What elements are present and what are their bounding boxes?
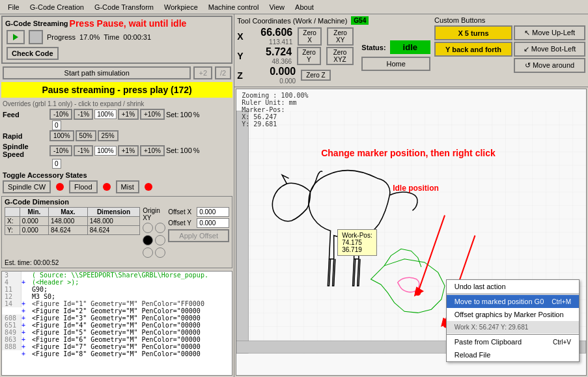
spindle-minus1-btn[interactable]: -1% [74, 145, 93, 156]
zero-z-button[interactable]: Zero Z [301, 70, 330, 81]
left-panel: G-Code Streaming Press Pause, wait until… [0, 14, 234, 377]
zero-xy-button[interactable]: Zero XY [327, 27, 354, 46]
mist-button[interactable]: Mist [116, 180, 139, 193]
coords-section: Tool Coordinates (Work / Machine) G54 X … [237, 16, 430, 85]
sim-div2-button[interactable]: /2 [215, 66, 231, 79]
streaming-section: G-Code Streaming Press Pause, wait until… [1, 16, 232, 64]
dim-header-dim: Dimension [87, 208, 139, 217]
spindle-cw-button[interactable]: Spindle CW [3, 180, 51, 193]
time-label: Time [104, 33, 119, 41]
context-menu: Undo last action Move to marked position… [446, 279, 580, 362]
offset-y-label: Offset Y [168, 219, 194, 227]
axes-section: X 66.606 113.411 Zero X Zero XY Y [237, 27, 354, 85]
offset-graphics-label: Offset graphics by Marker Position [455, 311, 564, 318]
offset-x-input[interactable] [197, 207, 229, 217]
dim-y-label: Y: [5, 226, 20, 235]
context-menu-sep1 [447, 294, 579, 294]
menu-gcode-transform[interactable]: G-Code Transform [89, 2, 159, 12]
feed-plus10-btn[interactable]: +10% [140, 109, 165, 120]
offset-y-input[interactable] [197, 218, 229, 228]
rapid-25-btn[interactable]: 25% [98, 130, 119, 141]
status-value: idle [390, 40, 430, 54]
map-info: Zooming : 100.00% Ruler Unit: mm Marker-… [242, 92, 308, 128]
zero-xyz-button[interactable]: Zero XYZ [326, 47, 354, 65]
custom-buttons-section: Custom Buttons X 5 turns ↖ Move Up-Left … [434, 16, 585, 85]
menu-about[interactable]: About [290, 2, 319, 12]
feed-minus10-btn[interactable]: -10% [49, 109, 72, 120]
origin-tl-btn[interactable] [143, 223, 153, 233]
feed-minus1-btn[interactable]: -1% [74, 109, 93, 120]
x5turns-button[interactable]: X 5 turns [434, 25, 512, 40]
context-menu-move-g0[interactable]: Move to marked position G0 Ctrl+M [447, 295, 579, 308]
sim-row: Start path simulation +2 /2 [0, 65, 234, 81]
move-around-button[interactable]: ↺ Move around [514, 58, 585, 73]
origin-br-btn[interactable] [155, 247, 165, 258]
y-back-forth-button[interactable]: Y back and forth [434, 42, 512, 57]
dim-header-max: Max. [49, 208, 88, 217]
spindle-plus10-btn[interactable]: +10% [140, 145, 165, 156]
spindle-minus10-btn[interactable]: -10% [49, 145, 72, 156]
paste-shortcut: Ctrl+V [553, 339, 571, 346]
work-pos-x: 74.175 [342, 239, 372, 246]
context-menu-reload[interactable]: Reload File [447, 348, 579, 361]
spindle-set-label: Set: [166, 147, 179, 154]
check-code-button[interactable]: Check Code [7, 47, 59, 60]
stop-button[interactable] [29, 30, 43, 44]
origin-bl-btn[interactable] [143, 247, 153, 258]
spindle-set-unit: % [193, 147, 200, 154]
flood-button[interactable]: Flood [69, 180, 98, 193]
play-button[interactable] [7, 30, 25, 44]
overrides-section: Overrides (grbl 1.1 only) - click to exp… [0, 99, 234, 170]
origin-tr-btn[interactable] [155, 223, 165, 233]
menu-machine-control[interactable]: Machine control [203, 2, 264, 12]
move-g0-label: Move to marked position G0 [455, 298, 544, 305]
code-line: 863 + <Figure Id="6" Geometry="M" PenCol… [2, 336, 232, 343]
context-menu-offset-graphics[interactable]: Offset graphics by Marker Position [447, 308, 579, 321]
code-line: 651 + <Figure Id="4" Geometry="M" PenCol… [2, 322, 232, 329]
spindle-100-btn[interactable]: 100% [94, 146, 117, 156]
home-button[interactable]: Home [361, 57, 430, 71]
progress-label: Progress [47, 33, 76, 41]
origin-mr-btn[interactable] [155, 235, 165, 245]
zero-y-button[interactable]: Zero Y [297, 47, 321, 65]
move-bot-left-button[interactable]: ↙ Move Bot-Left [514, 42, 585, 57]
menu-view[interactable]: View [264, 2, 290, 12]
code-editor[interactable]: 3 ( Source: \\SPEEDPORT\Share\GRBL\Horse… [1, 271, 232, 376]
marker-pos-label: Marker-Pos: [242, 106, 308, 113]
rapid-100-btn[interactable]: 100% [49, 130, 74, 141]
progress-value: 17.0% [79, 33, 100, 41]
paste-label: Paste from Clipboard [455, 338, 522, 346]
right-panel: Tool Coordinates (Work / Machine) G54 X … [234, 14, 588, 377]
status-home-section: Status: idle Home [361, 40, 430, 71]
feed-plus1-btn[interactable]: +1% [118, 109, 139, 120]
svg-rect-3 [236, 111, 249, 354]
dim-x-label: X: [5, 217, 20, 226]
spindle-plus1-btn[interactable]: +1% [118, 145, 139, 156]
feed-100-btn[interactable]: 100% [94, 109, 117, 119]
apply-offset-button[interactable]: Apply Offset [168, 229, 229, 242]
x-sub-value: 113.411 [247, 38, 292, 46]
x-axis-label: X [237, 31, 244, 42]
context-menu-undo[interactable]: Undo last action [447, 280, 579, 293]
menu-file[interactable]: File [3, 2, 25, 12]
menu-gcode-creation[interactable]: G-Code Creation [25, 2, 89, 12]
map-section[interactable]: Zooming : 100.00% Ruler Unit: mm Marker-… [236, 89, 587, 376]
start-path-simulation-button[interactable]: Start path simulation [3, 66, 191, 79]
menu-workpiece[interactable]: Workpiece [159, 2, 203, 12]
ruler-unit: Ruler Unit: mm [242, 99, 308, 106]
dim-y-min: 0.000 [20, 226, 48, 235]
offset-x-label: Offset X [168, 208, 194, 216]
origin-ml-btn[interactable] [143, 235, 153, 245]
dim-y-dim: 84.624 [87, 226, 139, 235]
sim-plus2-button[interactable]: +2 [193, 66, 212, 79]
feed-current-val: 0 [52, 120, 61, 130]
accessory-row: Spindle CW Flood Mist [3, 180, 231, 193]
context-menu-paste[interactable]: Paste from Clipboard Ctrl+V [447, 335, 579, 348]
z-axis-label: Z [237, 70, 247, 81]
move-up-left-button[interactable]: ↖ Move Up-Left [514, 25, 585, 40]
rapid-50-btn[interactable]: 50% [76, 130, 96, 141]
feed-override-row: Feed -10% -1% 100% +1% +10% Set: 100 % [3, 109, 231, 120]
zero-x-button[interactable]: Zero X [298, 27, 322, 46]
z-value: 0.000 [250, 66, 296, 77]
table-row: Y: 0.000 84.624 84.624 [5, 226, 140, 235]
